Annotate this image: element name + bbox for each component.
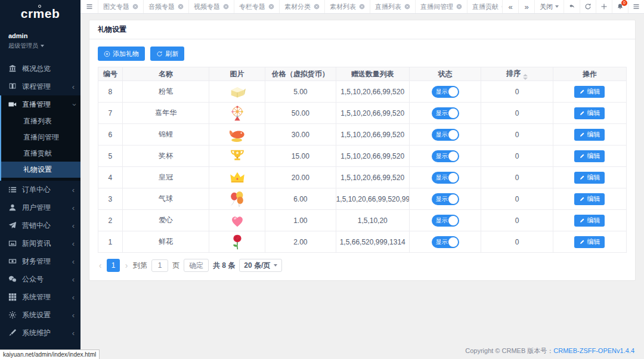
menu-icon[interactable] — [628, 0, 644, 13]
pencil-icon — [579, 218, 585, 224]
close-tab-icon[interactable] — [178, 4, 184, 10]
column-header[interactable]: 排序 — [481, 67, 553, 81]
sidebar-subitem-gift-settings[interactable]: 礼物设置 — [1, 162, 80, 178]
tab-column-topics[interactable]: 专栏专题 — [234, 0, 280, 13]
toggle-knob — [448, 216, 458, 225]
tab-material-categories[interactable]: 素材分类 — [280, 0, 325, 13]
system-icon — [8, 293, 17, 301]
sidebar-item-live[interactable]: 直播管理‹ — [1, 95, 80, 113]
edit-button[interactable]: 编辑 — [574, 107, 605, 119]
gift-price: 6.00 — [265, 188, 336, 210]
tab-live-list[interactable]: 直播列表 — [370, 0, 416, 13]
per-page-value: 20 条/页 — [244, 261, 270, 271]
sidebar-item-users[interactable]: 用户管理‹ — [0, 199, 80, 216]
close-tabs-dropdown[interactable]: 关闭 — [534, 0, 564, 13]
close-tabs-label: 关闭 — [540, 2, 553, 11]
gift-sort: 0 — [481, 103, 553, 124]
per-page-select[interactable]: 20 条/页 — [239, 259, 282, 272]
sidebar-item-news[interactable]: 新闻资讯‹ — [0, 234, 80, 252]
tab-label: 素材列表 — [330, 2, 356, 11]
close-tab-icon[interactable] — [223, 4, 229, 10]
sidebar-item-wechat[interactable]: 公众号‹ — [0, 270, 80, 288]
edit-button[interactable]: 编辑 — [574, 129, 605, 141]
user-role-dropdown[interactable]: 超级管理员 — [8, 42, 72, 50]
goto-confirm-button[interactable]: 确定 — [184, 259, 209, 272]
tab-live-room-management[interactable]: 直播间管理 — [416, 0, 467, 13]
status-toggle[interactable]: 显示 — [432, 172, 459, 184]
sidebar-item-finance[interactable]: 财务管理‹ — [0, 252, 80, 270]
sidebar-item-system-settings[interactable]: 系统设置‹ — [0, 306, 80, 324]
status-toggle-label: 显示 — [436, 109, 448, 117]
notifications-bell-icon[interactable]: 0 — [612, 0, 628, 13]
sidebar-item-marketing[interactable]: 营销中心‹ — [0, 216, 80, 234]
pencil-icon — [579, 196, 585, 202]
close-tab-icon[interactable] — [268, 4, 274, 10]
chevron-left-icon: ‹ — [72, 204, 75, 212]
sort-carets-icon[interactable] — [523, 74, 528, 80]
scroll-tabs-right-icon[interactable]: » — [518, 0, 534, 13]
goto-page-input[interactable] — [151, 259, 168, 272]
sidebar-subitem-live-contribution[interactable]: 直播贡献 — [1, 146, 80, 162]
sidebar-subitem-live-room-management[interactable]: 直播间管理 — [1, 129, 80, 146]
gift-image-cell — [209, 146, 265, 167]
status-toggle[interactable]: 显示 — [432, 150, 459, 162]
tab-article-topics[interactable]: 图文专题 — [98, 0, 144, 13]
chevron-left-icon: ‹ — [72, 222, 75, 230]
fullscreen-icon[interactable] — [596, 0, 612, 13]
sidebar-item-system-management[interactable]: 系统管理‹ — [0, 288, 80, 306]
gift-id: 2 — [98, 210, 123, 231]
status-toggle[interactable]: 显示 — [432, 215, 459, 227]
edit-button[interactable]: 编辑 — [574, 150, 605, 162]
toggle-knob — [448, 87, 458, 97]
tab-video-topics[interactable]: 视频专题 — [189, 0, 234, 13]
collapse-sidebar-icon[interactable] — [80, 0, 98, 13]
gift-quantity-list: 1,5,10,20 — [336, 210, 409, 231]
heart-icon — [228, 216, 246, 224]
close-tab-icon[interactable] — [132, 4, 138, 10]
copyright-label: Copyright © CRMEB 版本号： — [465, 347, 553, 354]
table-row: 4皇冠20.001,5,10,20,66,99,520显示0编辑 — [98, 167, 627, 188]
status-toggle[interactable]: 显示 — [432, 107, 459, 119]
edit-button[interactable]: 编辑 — [574, 193, 605, 205]
status-toggle[interactable]: 显示 — [432, 236, 459, 248]
tab-live-contribution[interactable]: 直播贡献 — [467, 0, 502, 13]
tab-material-list[interactable]: 素材列表 — [325, 0, 370, 13]
app-logo[interactable]: crmeb — [0, 0, 80, 27]
sidebar-item-courses[interactable]: 课程管理‹ — [0, 78, 80, 95]
prev-page-button[interactable]: ‹ — [98, 261, 103, 270]
edit-button[interactable]: 编辑 — [574, 236, 605, 248]
sidebar-item-orders[interactable]: 订单中心‹ — [0, 181, 80, 199]
add-gift-button[interactable]: 添加礼物 — [98, 47, 145, 61]
close-tab-icon[interactable] — [456, 4, 462, 10]
chevron-left-icon: ‹ — [72, 83, 75, 91]
sidebar-item-label: 概况总览 — [22, 64, 51, 74]
sidebar-group-system-management: 系统管理‹ — [0, 288, 80, 306]
plus-circle-icon — [104, 51, 110, 57]
sidebar-item-system-maintenance[interactable]: 系统维护‹ — [0, 324, 80, 342]
refresh-button[interactable]: 刷新 — [150, 47, 184, 61]
close-tab-icon[interactable] — [404, 4, 410, 10]
close-tab-icon[interactable] — [314, 4, 320, 10]
browser-status-bar: kaiyuan.net/admin/index/index.html — [0, 349, 100, 359]
tab-audio-topics[interactable]: 音频专题 — [144, 0, 189, 13]
status-toggle[interactable]: 显示 — [432, 193, 459, 205]
sidebar-subitem-live-list[interactable]: 直播列表 — [1, 113, 80, 129]
undo-icon[interactable] — [564, 0, 580, 13]
sidebar-item-overview[interactable]: 概况总览 — [0, 60, 80, 78]
status-toggle[interactable]: 显示 — [432, 86, 459, 98]
sidebar-item-label: 系统设置 — [22, 310, 51, 320]
gift-sort: 0 — [481, 210, 553, 231]
next-page-button[interactable]: › — [124, 261, 129, 270]
goto-prefix-label: 到第 — [133, 261, 147, 271]
edit-button[interactable]: 编辑 — [574, 86, 605, 98]
open-tabs: 图文专题音频专题视频专题专栏专题素材分类素材列表直播列表直播间管理直播贡献礼物设… — [98, 0, 502, 13]
edit-button[interactable]: 编辑 — [574, 215, 605, 227]
current-page-button[interactable]: 1 — [107, 259, 120, 272]
version-link[interactable]: CRMEB-ZSFF-OPENv1.4.4 — [553, 347, 634, 354]
scroll-tabs-left-icon[interactable]: « — [502, 0, 518, 13]
refresh-page-icon[interactable] — [580, 0, 596, 13]
edit-button[interactable]: 编辑 — [574, 172, 605, 184]
close-tab-icon[interactable] — [359, 4, 365, 10]
status-toggle[interactable]: 显示 — [432, 129, 459, 141]
app-root: crmeb admin 超级管理员 概况总览课程管理‹直播管理‹直播列表直播间管… — [0, 0, 644, 359]
